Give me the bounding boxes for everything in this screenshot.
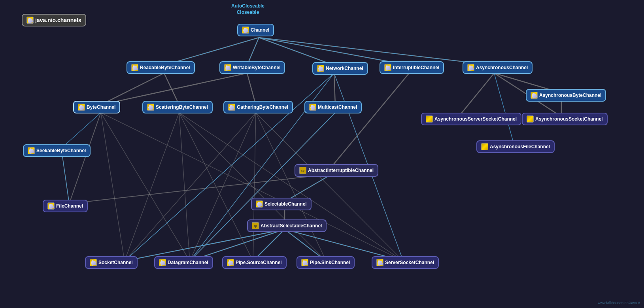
byte-channel-icon: [78, 104, 85, 111]
svg-line-35: [179, 113, 326, 261]
gathering-byte-channel-node[interactable]: GatheringByteChannel: [223, 101, 293, 113]
pipe-sink-channel-node[interactable]: Pipe.SinkChannel: [297, 256, 355, 269]
svg-line-27: [69, 113, 101, 204]
channel-icon: [242, 26, 249, 34]
svg-line-33: [179, 113, 190, 261]
svg-line-57: [494, 73, 514, 144]
scattering-byte-channel-node[interactable]: ScatteringByteChannel: [142, 101, 213, 113]
svg-line-6: [164, 73, 179, 105]
multicast-channel-icon: [309, 104, 316, 111]
abstract-selectable-icon: sp: [252, 222, 259, 229]
channel-node[interactable]: Channel: [237, 24, 274, 36]
seekable-byte-channel-node[interactable]: SeekableByteChannel: [23, 144, 91, 157]
asynchronous-server-socket-channel-node[interactable]: AsynchronousServerSocketChannel: [421, 113, 521, 125]
network-channel-icon: [317, 65, 324, 72]
svg-line-40: [256, 113, 326, 261]
async-socket-channel-icon: [527, 115, 534, 123]
network-channel-node[interactable]: NetworkChannel: [312, 62, 368, 75]
file-channel-node[interactable]: FileChannel: [43, 200, 88, 212]
asynchronous-channel-icon: [467, 64, 474, 71]
asynchronous-byte-channel-icon: [531, 92, 538, 99]
svg-line-31: [101, 113, 403, 261]
svg-line-32: [125, 113, 179, 261]
gathering-byte-channel-icon: [228, 104, 235, 111]
svg-line-48: [61, 113, 101, 148]
abstract-interruptible-channel-node[interactable]: sp AbstractInterruptibleChannel: [295, 164, 378, 177]
svg-line-36: [179, 113, 403, 261]
svg-line-11: [459, 73, 494, 117]
abstract-interruptible-icon: sp: [299, 167, 306, 174]
svg-line-14: [332, 73, 409, 166]
byte-channel-node[interactable]: ByteChannel: [73, 101, 120, 113]
multicast-channel-node[interactable]: MulticastChannel: [304, 101, 362, 113]
package-icon: [26, 17, 34, 24]
server-socket-icon: [376, 259, 383, 266]
writable-byte-channel-node[interactable]: WritableByteChannel: [219, 61, 285, 74]
svg-line-4: [259, 38, 494, 65]
socket-channel-icon: [90, 259, 97, 266]
svg-line-46: [259, 38, 494, 65]
svg-line-8: [247, 73, 256, 105]
watermark: www.falkhausen.de/Java-8: [598, 301, 640, 305]
file-channel-icon: [47, 202, 55, 210]
svg-line-39: [253, 113, 256, 261]
datagram-channel-node[interactable]: DatagramChannel: [154, 256, 213, 269]
scattering-byte-channel-icon: [147, 104, 154, 111]
abstract-selectable-channel-node[interactable]: sp AbstractSelectableChannel: [247, 219, 327, 232]
svg-line-23: [190, 113, 335, 261]
svg-line-9: [334, 73, 335, 105]
svg-line-41: [256, 113, 403, 261]
interruptible-channel-node[interactable]: InterruptibleChannel: [380, 61, 444, 74]
selectable-channel-node[interactable]: SelectableChannel: [251, 198, 312, 210]
interruptible-channel-icon: [384, 64, 391, 71]
channel-parents-label: AutoCloseable Closeable: [231, 3, 264, 15]
svg-line-5: [101, 73, 164, 105]
seekable-byte-channel-icon: [28, 147, 35, 154]
svg-line-56: [190, 113, 335, 261]
readable-byte-channel-node[interactable]: ReadableByteChannel: [127, 61, 195, 74]
package-label: java.nio.channels: [22, 14, 86, 26]
async-file-channel-icon: [481, 143, 488, 150]
asynchronous-socket-channel-node[interactable]: AsynchronousSocketChannel: [522, 113, 608, 125]
svg-line-37: [125, 113, 256, 261]
asynchronous-file-channel-node[interactable]: AsynchronousFileChannel: [476, 140, 555, 153]
writable-byte-channel-icon: [224, 64, 231, 71]
selectable-channel-icon: [256, 200, 263, 208]
svg-line-34: [179, 113, 253, 261]
server-socket-channel-node[interactable]: ServerSocketChannel: [372, 256, 439, 269]
pipe-sink-icon: [301, 259, 308, 266]
asynchronous-channel-node[interactable]: AsynchronousChannel: [463, 61, 533, 74]
diagram-container: java.nio.channels AutoCloseable Closeabl…: [0, 0, 644, 308]
readable-byte-channel-icon: [131, 64, 138, 71]
svg-line-7: [101, 73, 247, 105]
pipe-source-channel-node[interactable]: Pipe.SourceChannel: [222, 256, 287, 269]
svg-line-30: [101, 113, 190, 261]
datagram-channel-icon: [159, 259, 166, 266]
pipe-source-icon: [227, 259, 234, 266]
svg-line-38: [190, 113, 256, 261]
socket-channel-node[interactable]: SocketChannel: [85, 256, 138, 269]
asynchronous-byte-channel-node[interactable]: AsynchronousByteChannel: [526, 89, 606, 102]
svg-line-29: [101, 113, 125, 261]
async-server-socket-icon: [426, 115, 433, 123]
